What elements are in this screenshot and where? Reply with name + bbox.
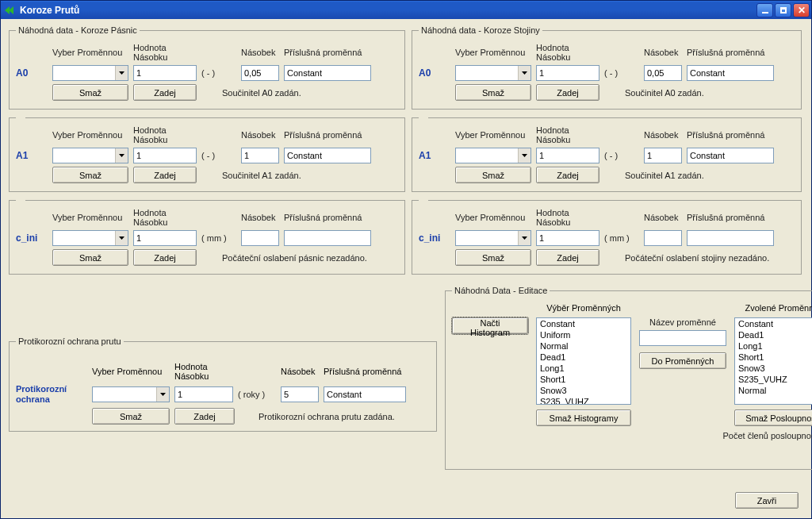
zadej-button[interactable]: Zadej [536,167,599,183]
label-hodnota: Hodnota Násobku [133,43,197,62]
list-item[interactable]: Normal [537,340,630,352]
combo-stojiny-cini[interactable] [455,230,531,246]
list-item[interactable]: S235_VUHZ [537,396,630,405]
svg-marker-7 [522,236,527,240]
input-ochrana-nasobek[interactable] [281,386,319,402]
combo-stojiny-a0[interactable] [455,65,531,81]
combo-pasnic-a0[interactable] [52,65,128,81]
svg-marker-4 [119,236,124,240]
list-item[interactable]: Dead1 [537,352,630,363]
combo-pasnic-a1[interactable] [52,148,128,163]
input-pasnic-a1-hodnota[interactable] [133,148,197,163]
unit-pasnic-a0: ( - ) [201,68,236,78]
list-item[interactable]: Constant [537,318,630,329]
input-pasnic-a0-nasobek[interactable] [241,65,279,81]
chevron-down-icon[interactable] [115,148,128,163]
combo-stojiny-a1[interactable] [455,148,531,163]
smaz-posloupnost-button[interactable]: Smaž Posloupnost [734,409,812,426]
input-pasnic-cini-promenna[interactable] [284,230,371,246]
pocet-label: Počet členů posloupnosti: 7 [452,431,812,440]
label-prislusna: Příslušná proměnná [284,48,371,57]
window-buttons: ✕ [756,3,810,17]
label-vyber: Vyber Proměnnou [52,48,128,57]
group-pasnic-cini: x Vyber Proměnnou Hodnota Násobku Násobe… [9,195,405,275]
chevron-down-icon[interactable] [115,66,128,80]
content-area: Náhodná data - Koroze Pásnic Vyber Promě… [1,19,811,518]
group-editace: Náhodná Data - Editace Výběr Proměnných … [445,286,812,470]
close-button[interactable]: ✕ [793,3,810,17]
list-item[interactable]: Long1 [735,340,812,352]
smaz-button[interactable]: Smaž [92,408,170,425]
group-stojiny-cini: x Vyber Proměnnou Hodnota Násobku Násobe… [412,195,802,275]
svg-marker-6 [522,154,527,157]
maximize-button[interactable] [775,3,791,17]
chevron-down-icon[interactable] [156,387,169,402]
group-editace-legend: Náhodná Data - Editace [452,286,550,295]
smaz-button[interactable]: Smaž [52,167,128,183]
list-item[interactable]: Short1 [537,374,630,385]
status-pasnic-a0: Součinitel A0 zadán. [201,88,398,98]
group-stojiny-legend: Náhodná data - Koroze Stojiny [419,25,542,35]
listbox-zvolene[interactable]: ConstantDead1Long1Short1Snow3S235_VUHZNo… [734,317,812,405]
chevron-down-icon[interactable] [518,231,530,245]
chevron-down-icon[interactable] [518,66,530,80]
group-ochrana: Protikorozní ochrana prutu Vyber Proměnn… [9,336,437,432]
input-ochrana-hodnota[interactable] [174,386,233,402]
input-pasnic-cini-hodnota[interactable] [133,230,197,246]
zadej-button[interactable]: Zadej [133,84,197,101]
label-nasobek: Násobek [241,48,279,57]
row-label-cini: c_ini [16,233,48,244]
zadej-button[interactable]: Zadej [536,249,599,266]
group-pasnic-a1: x Vyber Proměnnou Hodnota Násobku Násobe… [9,113,405,192]
smaz-button[interactable]: Smaž [455,84,531,101]
nacti-histogram-button[interactable]: Načti Histogram [452,317,528,334]
label-vyber-promennych: Výběr Proměnných [536,303,631,313]
zadej-button[interactable]: Zadej [133,167,197,183]
list-item[interactable]: Dead1 [735,329,812,340]
input-stojiny-a0-nasobek[interactable] [644,65,682,81]
list-item[interactable]: Snow3 [735,363,812,374]
chevron-down-icon[interactable] [115,231,128,245]
zavri-button[interactable]: Zavři [735,492,799,509]
input-stojiny-a0-hodnota[interactable] [536,65,599,81]
svg-marker-1 [5,6,10,14]
label-zvolene-promenne: Zvolené Proměnné [734,303,812,313]
input-pasnic-a0-promenna[interactable] [284,65,371,81]
zadej-button[interactable]: Zadej [174,408,235,425]
input-stojiny-a0-promenna[interactable] [687,65,774,81]
window-title: Koroze Prutů [20,5,756,16]
smaz-histogramy-button[interactable]: Smaž Histogramy [536,409,631,426]
status-pasnic-a1: Součinitel A1 zadán. [201,171,398,180]
list-item[interactable]: Constant [735,318,812,329]
list-item[interactable]: Short1 [735,352,812,363]
input-pasnic-cini-nasobek[interactable] [241,230,279,246]
listbox-vyber[interactable]: ConstantUniformNormalDead1Long1Short1Sno… [536,317,631,405]
mid-col: Název proměnné Do Proměnných [639,317,726,369]
list-item[interactable]: Uniform [537,329,630,340]
smaz-button[interactable]: Smaž [52,84,128,101]
input-pasnic-a0-hodnota[interactable] [133,65,197,81]
minimize-button[interactable] [756,3,773,17]
list-item[interactable]: Normal [735,385,812,396]
input-pasnic-a1-promenna[interactable] [284,148,371,163]
input-pasnic-a1-nasobek[interactable] [241,148,279,163]
svg-marker-2 [119,71,124,75]
input-nazev-promenne[interactable] [639,330,726,346]
zadej-button[interactable]: Zadej [536,84,599,101]
chevron-down-icon[interactable] [518,148,530,163]
row-label-ochrana: Protikorozní ochrana [16,384,87,405]
combo-pasnic-cini[interactable] [52,230,128,246]
smaz-button[interactable]: Smaž [455,249,531,266]
window: Koroze Prutů ✕ Náhodná data - Koroze Pás… [0,0,812,519]
input-ochrana-promenna[interactable] [324,386,406,402]
smaz-button[interactable]: Smaž [455,167,531,183]
list-item[interactable]: S235_VUHZ [735,374,812,385]
titlebar: Koroze Prutů ✕ [1,1,811,19]
zadej-button[interactable]: Zadej [133,249,197,266]
group-stojiny-a1: x Vyber Proměnnou Hodnota Násobku Násobe… [412,113,802,192]
list-item[interactable]: Long1 [537,363,630,374]
combo-ochrana[interactable] [92,386,170,402]
do-promennych-button[interactable]: Do Proměnných [639,352,726,369]
smaz-button[interactable]: Smaž [52,249,128,266]
list-item[interactable]: Snow3 [537,385,630,396]
